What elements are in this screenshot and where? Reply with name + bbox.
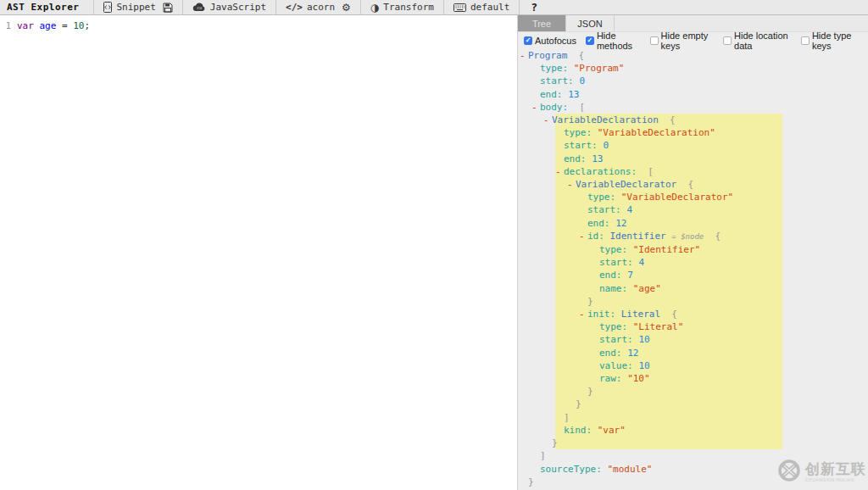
tree-line[interactable]: start: 0 xyxy=(518,139,868,152)
tree-line[interactable]: raw: "10" xyxy=(518,372,868,385)
checkbox-unchecked-icon[interactable] xyxy=(650,36,659,45)
tab-tree[interactable]: Tree xyxy=(518,15,566,31)
tree-line[interactable]: -id: Identifier = $node { xyxy=(518,230,868,243)
option-hide-location-data[interactable]: Hide location data xyxy=(723,31,792,51)
parser-settings-button[interactable]: ⚙ xyxy=(338,3,354,13)
tree-line[interactable]: type: "Literal" xyxy=(518,320,868,333)
tree-line[interactable]: start: 4 xyxy=(518,203,868,216)
close-bracket: } xyxy=(552,437,558,448)
close-bracket: } xyxy=(528,476,534,487)
tree-line[interactable]: } xyxy=(518,398,868,410)
tree-key: declarations: xyxy=(564,166,637,177)
collapse-marker-icon[interactable]: - xyxy=(520,49,528,62)
collapse-marker-icon[interactable]: - xyxy=(555,165,564,178)
tree-line[interactable]: end: 7 xyxy=(518,269,868,281)
option-label: Hide location data xyxy=(734,31,792,51)
checkbox-unchecked-icon[interactable] xyxy=(801,36,810,45)
tree-key: end: xyxy=(540,89,563,100)
tree-key: start: xyxy=(540,75,574,86)
code-content: var age = 10; xyxy=(17,19,90,32)
tree-string-value: "Literal" xyxy=(633,321,684,332)
tree-line[interactable]: type: "Identifier" xyxy=(518,243,868,256)
tree-line[interactable]: type: "Program" xyxy=(518,62,868,75)
tree-number-value: 10 xyxy=(638,360,649,371)
tree-line[interactable]: ] xyxy=(518,449,868,462)
tree-line[interactable]: end: 12 xyxy=(518,347,868,359)
tree-line[interactable]: value: 10 xyxy=(518,359,868,372)
tree-line[interactable]: } xyxy=(518,295,868,308)
option-hide-empty-keys[interactable]: Hide empty keys xyxy=(650,31,714,51)
save-button[interactable] xyxy=(159,3,176,13)
toolbar-divider xyxy=(182,0,183,14)
tree-line[interactable]: start: 10 xyxy=(518,333,868,346)
toolbar-divider xyxy=(519,0,520,14)
parser-selector-button[interactable]: </> acorn xyxy=(282,2,338,13)
checkbox-checked-icon[interactable]: ✓ xyxy=(586,36,594,45)
tree-line[interactable]: type: "VariableDeclaration" xyxy=(518,126,868,139)
new-snippet-button[interactable]: Snippet xyxy=(100,2,159,13)
tree-key: start: xyxy=(564,140,598,151)
tree-node-name: VariableDeclaration xyxy=(552,114,659,125)
tree-line[interactable]: -Program { xyxy=(518,49,868,62)
tree-line[interactable]: kind: "var" xyxy=(518,424,868,437)
tree-line[interactable]: } xyxy=(518,437,868,449)
tree-line[interactable]: } xyxy=(518,476,868,488)
tree-number-value: 4 xyxy=(638,257,644,268)
collapse-marker-icon[interactable]: - xyxy=(579,230,587,242)
tree-number-value: 12 xyxy=(615,218,626,229)
code-token xyxy=(56,20,62,31)
tree-key: kind: xyxy=(564,425,592,436)
tree-line[interactable]: start: 0 xyxy=(518,75,868,87)
tree-line[interactable]: -body: [ xyxy=(518,101,868,114)
tree-line[interactable]: -declarations: [ xyxy=(518,165,868,178)
tree-line[interactable]: -VariableDeclarator { xyxy=(518,178,868,191)
line-number: 1 xyxy=(0,19,11,32)
tree-line[interactable]: end: 12 xyxy=(518,217,868,230)
collapse-marker-icon[interactable]: - xyxy=(531,101,540,114)
option-hide-methods[interactable]: ✓Hide methods xyxy=(586,31,641,51)
tree-line[interactable]: sourceType: "module" xyxy=(518,463,868,476)
tree-line[interactable]: -VariableDeclaration { xyxy=(518,114,868,126)
collapse-marker-icon[interactable]: - xyxy=(579,308,587,320)
tree-string-value: "Identifier" xyxy=(633,244,700,255)
close-bracket: ] xyxy=(564,412,570,423)
checkbox-checked-icon[interactable]: ✓ xyxy=(524,36,532,45)
collapse-marker-icon[interactable]: - xyxy=(567,178,576,191)
help-button[interactable]: ? xyxy=(526,1,542,14)
collapse-marker-icon[interactable]: - xyxy=(543,114,552,126)
app-title: AST Explorer xyxy=(0,2,87,13)
save-icon xyxy=(163,3,173,13)
tree-line[interactable]: type: "VariableDeclarator" xyxy=(518,191,868,203)
tree-key: value: xyxy=(599,360,633,371)
code-editor[interactable]: 1 var age = 10; xyxy=(0,15,517,490)
file-code-icon xyxy=(103,2,112,13)
tree-key: start: xyxy=(599,257,633,268)
option-autofocus[interactable]: ✓Autofocus xyxy=(524,36,576,46)
code-line: 1 var age = 10; xyxy=(0,19,517,32)
cloud-icon: co xyxy=(192,3,206,12)
tree-line[interactable]: end: 13 xyxy=(518,88,868,101)
category-selector-button[interactable]: co JavaScript xyxy=(189,2,270,13)
tree-line[interactable]: start: 4 xyxy=(518,256,868,269)
tree-line[interactable]: name: "age" xyxy=(518,282,868,295)
ast-tab-bar: Tree JSON xyxy=(518,15,868,32)
tree-key: type: xyxy=(540,63,568,74)
tree-key: type: xyxy=(599,244,627,255)
tree-line[interactable]: ] xyxy=(518,411,868,424)
keybinding-selector-button[interactable]: default xyxy=(450,2,513,13)
code-icon: </> xyxy=(286,2,303,13)
tree-line[interactable]: -init: Literal { xyxy=(518,308,868,320)
tree-node-meta: = $node xyxy=(671,232,704,241)
tree-key: id: xyxy=(587,231,604,242)
open-bracket: { xyxy=(715,231,721,242)
tree-line[interactable]: } xyxy=(518,385,868,398)
tree-key: init: xyxy=(587,309,615,320)
ast-tree: -Program {type: "Program"start: 0end: 13… xyxy=(518,49,868,490)
half-circle-toggle-icon: ◑ xyxy=(370,3,379,13)
tree-key: start: xyxy=(587,204,621,215)
option-hide-type-keys[interactable]: Hide type keys xyxy=(801,31,859,51)
tree-line[interactable]: end: 13 xyxy=(518,153,868,165)
tab-json[interactable]: JSON xyxy=(566,15,615,31)
transform-toggle-button[interactable]: ◑ Transform xyxy=(367,2,437,13)
checkbox-unchecked-icon[interactable] xyxy=(723,36,732,45)
